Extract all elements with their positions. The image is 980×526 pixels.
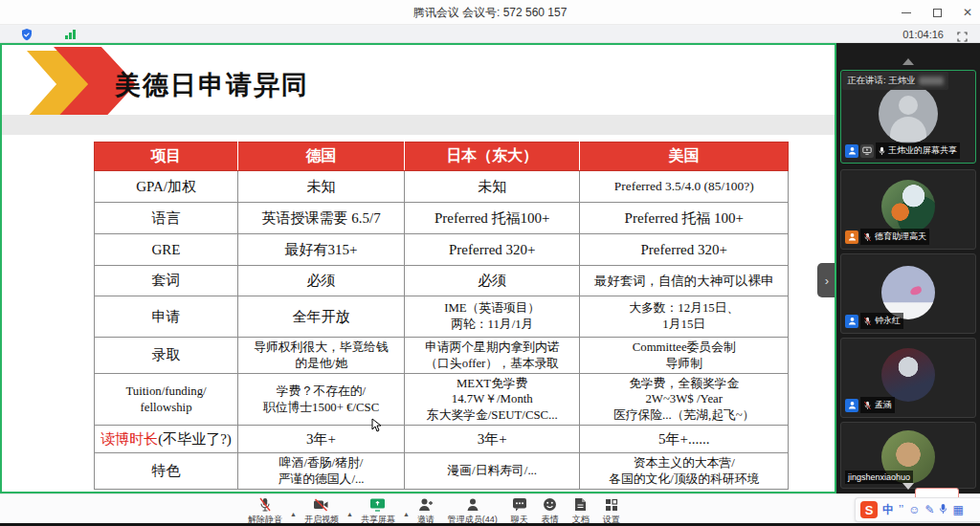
sogou-logo[interactable]: S: [860, 501, 878, 518]
window-titlebar: 腾讯会议 会议号: 572 560 157 ✕: [0, 0, 980, 25]
unmute-button[interactable]: 解除静音: [241, 495, 289, 526]
window-title: 腾讯会议 会议号: 572 560 157: [0, 5, 980, 21]
start-video-button[interactable]: 开启视频: [298, 495, 345, 526]
avatar: [879, 84, 938, 143]
participant-name: 孟涵: [860, 397, 895, 413]
video-menu-caret[interactable]: ▲: [345, 511, 354, 517]
table-row: 录取 导师权利很大，毕竟给钱 的是他/她 申请两个星期内拿到内诺 （口头offe…: [95, 338, 789, 374]
mic-muted-icon: [863, 401, 872, 410]
emoji-icon: [543, 496, 557, 513]
table-row: 语言 英语授课需要 6.5/7 Preferred 托福100+ Preferr…: [95, 203, 789, 234]
meeting-timer: 01:04:16: [902, 29, 944, 40]
table-row: GRE 最好有315+ Preferred 320+ Preferred 320…: [95, 234, 789, 266]
member-badge-icon: [845, 315, 858, 328]
participants-sidebar: 正在讲话: 王炜业 王炜业的屏幕共享: [836, 43, 980, 493]
mic-muted-icon: [863, 232, 872, 242]
emoji-icon[interactable]: ☺: [908, 504, 920, 515]
participant-name: 德育助理高天: [860, 229, 929, 245]
avatar: [881, 266, 935, 319]
docs-icon: [574, 496, 587, 513]
minimize-button[interactable]: [900, 6, 913, 19]
participant-name: 王炜业的屏幕共享: [876, 142, 960, 159]
invite-icon: [418, 496, 434, 513]
member-badge-icon: [845, 230, 858, 244]
screen-share-badge-icon: [860, 144, 874, 158]
mic-icon: [879, 146, 885, 156]
ime-toolbar[interactable]: S 中 ’’ ☺ ✎ ▦: [855, 497, 980, 522]
mic-muted-icon: [258, 496, 272, 513]
meeting-toolbar: 解除静音 ▲ 开启视频 ▲ 共享屏幕 ▲ 邀请: [0, 493, 980, 523]
punctuation-icon[interactable]: ’’: [899, 504, 903, 515]
member-badge-icon: [845, 399, 858, 412]
table-row: 申请 全年开放 IME（英语项目） 两轮：11月/1月 大多数：12月15日、 …: [95, 296, 789, 338]
settings-grid-icon: [605, 496, 618, 513]
network-signal-icon: [65, 30, 76, 39]
col-header: 项目: [95, 142, 238, 171]
participant-tile[interactable]: 钟永红: [840, 253, 976, 334]
mic-menu-caret[interactable]: ▲: [289, 511, 298, 517]
slide-title: 美德日申请异同: [115, 68, 309, 102]
manage-members-button[interactable]: 管理成员(44): [441, 495, 504, 526]
col-header: 日本（东大）: [405, 142, 580, 171]
table-row: 读博时长(不毕业了?) 3年+ 3年+ 5年+......: [95, 426, 789, 453]
invite-button[interactable]: 邀请: [411, 495, 441, 526]
pen-icon[interactable]: ✎: [924, 504, 934, 515]
avatar: [881, 180, 935, 233]
lang-toggle[interactable]: 中: [882, 504, 894, 515]
maximize-button[interactable]: [930, 6, 944, 19]
mouse-cursor: [371, 418, 382, 436]
participant-name: 钟永红: [860, 313, 903, 329]
table-row: Tuition/funding/ fellowship 学费？不存在的/ 职位博…: [95, 374, 789, 426]
table-row: 套词 必须 必须 最好套词，自信的大神可以裸申: [95, 266, 789, 296]
close-button[interactable]: ✕: [961, 6, 974, 19]
scroll-up-icon[interactable]: [902, 58, 914, 65]
speaking-indicator: 正在讲话: 王炜业: [842, 72, 948, 90]
mic-muted-icon: [863, 317, 872, 326]
camera-off-icon: [313, 496, 329, 513]
row-label-red: 读博时长: [100, 431, 158, 447]
col-header: 德国: [238, 142, 405, 171]
participant-name: jingshenxiaohuo: [845, 471, 913, 484]
table-row: 特色 啤酒/香肠/猪肘/ 严谨的德国人/... 漫画/日料寿司/... 资本主义…: [95, 453, 789, 490]
sidebar-collapse-handle[interactable]: ›: [817, 263, 836, 297]
scroll-down-icon[interactable]: [902, 483, 914, 490]
voice-icon[interactable]: [939, 503, 947, 516]
screen-share-icon: [369, 496, 386, 513]
meeting-statusbar: 01:04:16: [0, 25, 980, 43]
table-row: GPA/加权 未知 未知 Preferred 3.5/4.0 (85/100?): [95, 171, 789, 203]
blurred-name: [919, 77, 944, 85]
docs-button[interactable]: 文档: [566, 495, 596, 526]
emoji-button[interactable]: 表情: [535, 495, 566, 526]
settings-button[interactable]: 设置: [596, 495, 627, 526]
share-menu-caret[interactable]: ▲: [402, 511, 411, 517]
participant-tile[interactable]: 德育助理高天: [840, 169, 976, 250]
col-header: 美国: [580, 142, 789, 171]
avatar: [881, 348, 935, 402]
participant-tile[interactable]: jingshenxiaohuo: [840, 422, 976, 489]
slide-divider-band: [2, 115, 836, 135]
table-header-row: 项目 德国 日本（东大） 美国: [95, 142, 789, 171]
keyboard-icon[interactable]: ▦: [952, 504, 963, 515]
member-badge-icon: [845, 144, 858, 158]
shared-screen-area: 美德日申请异同 项目 德国 日本（东大） 美国 GPA/加权 未知 未知 Pre…: [0, 43, 836, 493]
chat-button[interactable]: 聊天: [504, 495, 535, 526]
participant-tile[interactable]: 孟涵: [840, 338, 976, 418]
share-screen-button[interactable]: 共享屏幕: [354, 495, 402, 526]
chat-icon: [512, 496, 527, 513]
comparison-table: 项目 德国 日本（东大） 美国 GPA/加权 未知 未知 Preferred 3…: [94, 142, 789, 490]
tencent-meeting-window: 腾讯会议 会议号: 572 560 157 ✕ 01:04:16 美德日申请异同: [0, 0, 980, 526]
members-icon: [466, 496, 479, 513]
